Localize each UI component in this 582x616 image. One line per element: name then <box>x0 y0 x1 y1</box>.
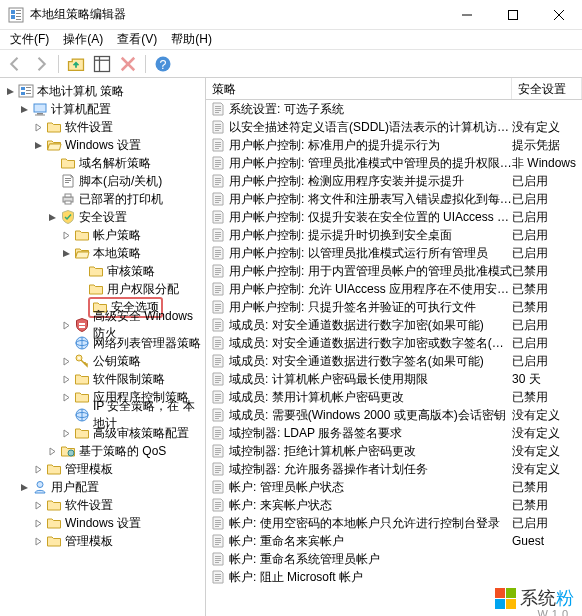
policy-row[interactable]: 域成员: 对安全通道数据进行数字签名(如果可能)已启用 <box>206 352 582 370</box>
svg-rect-92 <box>215 310 219 311</box>
tree-expander <box>58 335 74 351</box>
show-hide-tree-button[interactable] <box>91 53 113 75</box>
svg-rect-21 <box>26 87 31 88</box>
tree-expander[interactable] <box>58 353 74 369</box>
tree-item[interactable]: Windows 设置 <box>0 514 205 532</box>
help-button[interactable]: ? <box>152 53 174 75</box>
policy-row[interactable]: 域成员: 禁用计算机帐户密码更改已禁用 <box>206 388 582 406</box>
tree-item[interactable]: 本地策略 <box>0 244 205 262</box>
tree-item[interactable]: 软件设置 <box>0 118 205 136</box>
close-button[interactable] <box>536 0 582 29</box>
tree-pane[interactable]: 本地计算机 策略计算机配置软件设置Windows 设置域名解析策略脚本(启动/关… <box>0 78 206 616</box>
menu-help[interactable]: 帮助(H) <box>165 29 218 50</box>
menu-view[interactable]: 查看(V) <box>111 29 163 50</box>
tree-expander[interactable] <box>16 101 32 117</box>
policy-row[interactable]: 用户帐户控制: 检测应用程序安装并提示提升已启用 <box>206 172 582 190</box>
tree-item[interactable]: 软件限制策略 <box>0 370 205 388</box>
policy-row[interactable]: 用户帐户控制: 用于内置管理员帐户的管理员批准模式已禁用 <box>206 262 582 280</box>
policy-row[interactable]: 帐户: 管理员帐户状态已禁用 <box>206 478 582 496</box>
svg-rect-135 <box>215 506 221 507</box>
tree-item[interactable]: 高级安全 Windows 防火 <box>0 316 205 334</box>
delete-button[interactable] <box>117 53 139 75</box>
tree-expander <box>44 191 60 207</box>
tree-expander[interactable] <box>58 317 74 333</box>
tree-item[interactable]: 基于策略的 QoS <box>0 442 205 460</box>
forward-button[interactable] <box>30 53 52 75</box>
svg-rect-132 <box>215 490 219 491</box>
svg-text:?: ? <box>160 58 167 72</box>
policy-row[interactable]: 域控制器: 允许服务器操作者计划任务没有定义 <box>206 460 582 478</box>
policy-row[interactable]: 用户帐户控制: 管理员批准模式中管理员的提升权限提示的...非 Windows <box>206 154 582 172</box>
tree-item[interactable]: 用户权限分配 <box>0 280 205 298</box>
tree-expander[interactable] <box>58 245 74 261</box>
svg-rect-105 <box>215 376 221 377</box>
policy-row[interactable]: 用户帐户控制: 以管理员批准模式运行所有管理员已启用 <box>206 244 582 262</box>
tree-expander[interactable] <box>16 479 32 495</box>
tree-expander[interactable] <box>30 533 46 549</box>
tree-expander[interactable] <box>58 389 74 405</box>
policy-row[interactable]: 域成员: 计算机帐户密码最长使用期限30 天 <box>206 370 582 388</box>
tree-expander[interactable] <box>44 209 60 225</box>
tree-expander[interactable] <box>30 515 46 531</box>
tree-expander[interactable] <box>30 137 46 153</box>
tree-item[interactable]: 已部署的打印机 <box>0 190 205 208</box>
tree-item[interactable]: 管理模板 <box>0 532 205 550</box>
tree-item[interactable]: 用户配置 <box>0 478 205 496</box>
policy-row[interactable]: 用户帐户控制: 仅提升安装在安全位置的 UIAccess 应用程序已启用 <box>206 208 582 226</box>
tree-item[interactable]: 计算机配置 <box>0 100 205 118</box>
tree-expander[interactable] <box>30 119 46 135</box>
policy-label: 帐户: 使用空密码的本地帐户只允许进行控制台登录 <box>229 515 512 532</box>
policy-row[interactable]: 用户帐户控制: 将文件和注册表写入错误虚拟化到每用户位置已启用 <box>206 190 582 208</box>
policy-row[interactable]: 域控制器: 拒绝计算机帐户密码更改没有定义 <box>206 442 582 460</box>
tree-item[interactable]: 管理模板 <box>0 460 205 478</box>
tree-expander[interactable] <box>58 425 74 441</box>
tree-item[interactable]: 软件设置 <box>0 496 205 514</box>
tree-item[interactable]: 脚本(启动/关机) <box>0 172 205 190</box>
tree-item[interactable]: 审核策略 <box>0 262 205 280</box>
column-header-setting[interactable]: 安全设置 <box>512 78 582 99</box>
policy-row[interactable]: 用户帐户控制: 只提升签名并验证的可执行文件已禁用 <box>206 298 582 316</box>
tree-item[interactable]: 网络列表管理器策略 <box>0 334 205 352</box>
policy-row[interactable]: 帐户: 重命名系统管理员帐户 <box>206 550 582 568</box>
back-button[interactable] <box>4 53 26 75</box>
svg-rect-76 <box>215 238 219 239</box>
menu-file[interactable]: 文件(F) <box>4 29 55 50</box>
tree-item[interactable]: 公钥策略 <box>0 352 205 370</box>
column-header-policy[interactable]: 策略 <box>206 78 512 99</box>
menu-action[interactable]: 操作(A) <box>57 29 109 50</box>
policy-row[interactable]: 以安全描述符定义语言(SDDL)语法表示的计算机访问限制没有定义 <box>206 118 582 136</box>
policy-row[interactable]: 用户帐户控制: 允许 UIAccess 应用程序在不使用安全桌面...已禁用 <box>206 280 582 298</box>
tree-item[interactable]: 高级审核策略配置 <box>0 424 205 442</box>
tree-expander[interactable] <box>58 227 74 243</box>
tree-item[interactable]: IP 安全策略，在 本地计 <box>0 406 205 424</box>
policy-row[interactable]: 域成员: 需要强(Windows 2000 或更高版本)会话密钥没有定义 <box>206 406 582 424</box>
policy-item-icon <box>210 353 226 369</box>
svg-rect-142 <box>215 540 221 541</box>
policy-row[interactable]: 帐户: 重命名来宾帐户Guest <box>206 532 582 550</box>
tree-expander[interactable] <box>58 371 74 387</box>
policy-row[interactable]: 用户帐户控制: 标准用户的提升提示行为提示凭据 <box>206 136 582 154</box>
maximize-button[interactable] <box>490 0 536 29</box>
tree-expander[interactable] <box>30 461 46 477</box>
policy-row[interactable]: 帐户: 阻止 Microsoft 帐户 <box>206 568 582 586</box>
up-level-button[interactable] <box>65 53 87 75</box>
policy-row[interactable]: 系统设置: 可选子系统 <box>206 100 582 118</box>
tree-item[interactable]: 安全设置 <box>0 208 205 226</box>
policy-row[interactable]: 用户帐户控制: 提示提升时切换到安全桌面已启用 <box>206 226 582 244</box>
tree-item[interactable]: Windows 设置 <box>0 136 205 154</box>
policy-setting: 没有定义 <box>512 425 582 442</box>
tree-item[interactable]: 域名解析策略 <box>0 154 205 172</box>
policy-row[interactable]: 域成员: 对安全通道数据进行数字加密或数字签名(始终)已启用 <box>206 334 582 352</box>
policy-row[interactable]: 帐户: 来宾帐户状态已禁用 <box>206 496 582 514</box>
list-body[interactable]: 系统设置: 可选子系统以安全描述符定义语言(SDDL)语法表示的计算机访问限制没… <box>206 100 582 616</box>
tree-item[interactable]: 帐户策略 <box>0 226 205 244</box>
tree-expander[interactable] <box>2 83 18 99</box>
policy-row[interactable]: 帐户: 使用空密码的本地帐户只允许进行控制台登录已启用 <box>206 514 582 532</box>
tree-item[interactable]: 本地计算机 策略 <box>0 82 205 100</box>
minimize-button[interactable] <box>444 0 490 29</box>
tree-expander[interactable] <box>44 443 60 459</box>
policy-row[interactable]: 域成员: 对安全通道数据进行数字加密(如果可能)已启用 <box>206 316 582 334</box>
tree-expander[interactable] <box>30 497 46 513</box>
svg-rect-125 <box>215 466 221 467</box>
policy-row[interactable]: 域控制器: LDAP 服务器签名要求没有定义 <box>206 424 582 442</box>
